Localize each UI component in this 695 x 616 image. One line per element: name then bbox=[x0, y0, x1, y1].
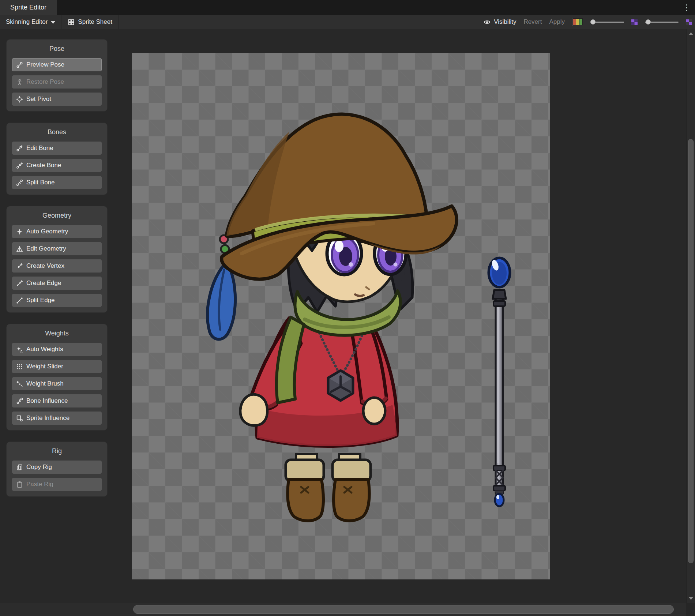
window-tab-label: Sprite Editor bbox=[10, 4, 46, 11]
opacity-slider-thumb[interactable] bbox=[590, 19, 596, 25]
copy-icon bbox=[16, 463, 23, 471]
button-label: Weight Slider bbox=[26, 363, 63, 370]
kebab-menu-icon[interactable]: ⋮ bbox=[678, 0, 695, 15]
horizontal-scroll-thumb[interactable] bbox=[133, 605, 674, 614]
vertex-icon bbox=[16, 262, 23, 270]
sprite-influence-button[interactable]: Sprite Influence bbox=[12, 412, 102, 425]
dot-grid-icon bbox=[16, 363, 23, 370]
sprite-artwork bbox=[132, 53, 550, 579]
button-label: Auto Weights bbox=[26, 346, 63, 353]
button-label: Paste Rig bbox=[26, 481, 53, 488]
sprite-sheet-label: Sprite Sheet bbox=[78, 18, 112, 26]
weight-slider-button[interactable]: Weight Slider bbox=[12, 360, 102, 373]
sprite-sheet-button[interactable]: Sprite Sheet bbox=[61, 15, 118, 29]
button-label: Sprite Influence bbox=[26, 414, 70, 422]
mode-dropdown[interactable]: Skinning Editor bbox=[0, 15, 61, 29]
create-edge-button[interactable]: Create Edge bbox=[12, 277, 102, 290]
bone-influence-button[interactable]: Bone Influence bbox=[12, 394, 102, 407]
bone-opacity-icon bbox=[631, 19, 638, 25]
mesh-icon bbox=[16, 245, 23, 252]
button-label: Preview Pose bbox=[26, 61, 64, 68]
tab-sprite-editor[interactable]: Sprite Editor bbox=[0, 0, 57, 15]
mesh-opacity-icon bbox=[686, 19, 692, 25]
auto-weights-icon bbox=[16, 346, 23, 353]
scroll-up-arrow[interactable] bbox=[687, 29, 695, 38]
panel-title: Rig bbox=[12, 446, 102, 457]
revert-button[interactable]: Revert bbox=[523, 18, 542, 26]
brush-dots-icon bbox=[16, 380, 23, 387]
set-pivot-button[interactable]: Set Pivot bbox=[12, 93, 102, 106]
button-label: Edit Bone bbox=[26, 144, 53, 152]
panel-rig: Rig Copy Rig Paste Rig bbox=[6, 442, 108, 497]
split-bone-icon bbox=[16, 179, 23, 186]
button-label: Split Edge bbox=[26, 297, 55, 304]
preview-pose-button[interactable]: Preview Pose bbox=[12, 58, 102, 71]
title-bar: Sprite Editor ⋮ bbox=[0, 0, 695, 15]
panel-title: Pose bbox=[12, 43, 102, 54]
sprite-influence-icon bbox=[16, 414, 23, 422]
clipboard-icon bbox=[16, 481, 23, 488]
sparkle-icon bbox=[16, 228, 23, 235]
opacity-slider[interactable] bbox=[590, 22, 624, 23]
staff-sprite bbox=[489, 258, 510, 506]
edit-bone-icon bbox=[16, 144, 23, 152]
button-label: Auto Geometry bbox=[26, 228, 68, 235]
bone-icon bbox=[16, 61, 23, 68]
create-bone-button[interactable]: Create Bone bbox=[12, 159, 102, 172]
paste-rig-button[interactable]: Paste Rig bbox=[12, 478, 102, 491]
character-sprite bbox=[207, 114, 457, 521]
button-label: Copy Rig bbox=[26, 463, 52, 471]
color-swatch-icon[interactable] bbox=[572, 18, 583, 26]
button-label: Weight Brush bbox=[26, 380, 64, 387]
mannequin-icon bbox=[16, 78, 23, 86]
button-label: Bone Influence bbox=[26, 397, 68, 405]
button-label: Restore Pose bbox=[26, 78, 64, 86]
restore-pose-button[interactable]: Restore Pose bbox=[12, 75, 102, 89]
button-label: Edit Geometry bbox=[26, 245, 66, 252]
scrollbar-corner bbox=[686, 603, 695, 616]
pivot-icon bbox=[16, 95, 23, 103]
split-edge-icon bbox=[16, 297, 23, 304]
panel-pose: Pose Preview Pose Restore Pose Set Pivot bbox=[6, 39, 108, 112]
mesh-opacity-slider[interactable] bbox=[645, 22, 679, 23]
edit-geometry-button[interactable]: Edit Geometry bbox=[12, 242, 102, 255]
button-label: Set Pivot bbox=[26, 95, 51, 103]
copy-rig-button[interactable]: Copy Rig bbox=[12, 461, 102, 474]
create-vertex-button[interactable]: Create Vertex bbox=[12, 259, 102, 273]
edge-icon bbox=[16, 279, 23, 287]
visibility-label: Visibility bbox=[494, 18, 516, 26]
panel-bones: Bones Edit Bone Create Bone Split Bone bbox=[6, 123, 108, 195]
toolbar: Skinning Editor Sprite Sheet Visibility … bbox=[0, 15, 695, 29]
panel-weights: Weights Auto Weights Weight Slider Weigh… bbox=[6, 324, 108, 431]
panel-title: Bones bbox=[12, 127, 102, 138]
vertical-scroll-thumb[interactable] bbox=[688, 139, 694, 563]
split-bone-button[interactable]: Split Bone bbox=[12, 176, 102, 189]
split-edge-button[interactable]: Split Edge bbox=[12, 294, 102, 307]
create-bone-icon bbox=[16, 162, 23, 169]
tool-sidebar: Pose Preview Pose Restore Pose Set Pivot… bbox=[6, 39, 108, 508]
vertical-scrollbar[interactable] bbox=[686, 29, 695, 603]
visibility-button[interactable]: Visibility bbox=[483, 18, 516, 26]
auto-geometry-button[interactable]: Auto Geometry bbox=[12, 225, 102, 238]
scroll-down-arrow[interactable] bbox=[687, 594, 695, 603]
sprite-sheet-icon bbox=[67, 18, 75, 26]
button-label: Create Bone bbox=[26, 162, 61, 169]
mesh-opacity-slider-thumb[interactable] bbox=[646, 19, 651, 25]
mode-dropdown-label: Skinning Editor bbox=[6, 18, 48, 26]
eye-icon bbox=[483, 18, 491, 26]
button-label: Create Vertex bbox=[26, 262, 64, 270]
sprite-canvas[interactable] bbox=[132, 53, 550, 579]
chevron-down-icon bbox=[51, 21, 55, 24]
button-label: Split Bone bbox=[26, 179, 55, 186]
button-label: Create Edge bbox=[26, 279, 61, 287]
auto-weights-button[interactable]: Auto Weights bbox=[12, 343, 102, 356]
weight-brush-button[interactable]: Weight Brush bbox=[12, 377, 102, 390]
bone-influence-icon bbox=[16, 397, 23, 405]
apply-button[interactable]: Apply bbox=[549, 18, 565, 26]
edit-bone-button[interactable]: Edit Bone bbox=[12, 142, 102, 155]
panel-title: Geometry bbox=[12, 210, 102, 221]
panel-title: Weights bbox=[12, 328, 102, 339]
toolbar-divider bbox=[118, 15, 119, 29]
panel-geometry: Geometry Auto Geometry Edit Geometry Cre… bbox=[6, 206, 108, 313]
horizontal-scrollbar[interactable] bbox=[0, 603, 686, 616]
